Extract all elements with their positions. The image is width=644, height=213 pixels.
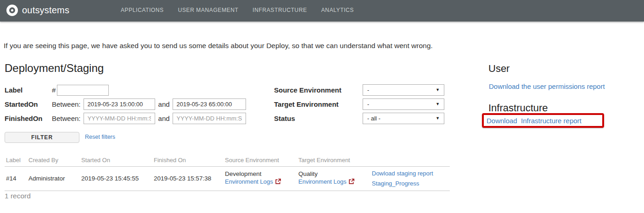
and-label: and [158,100,170,108]
col-header-started-on: Started On [81,154,154,166]
main-nav: APPLICATIONS USER MANAGEMENT INFRASTRUCT… [121,0,354,20]
target-environment-value: - [367,101,369,108]
source-environment-select[interactable]: - ▼ [363,84,444,96]
status-value: - all - [367,115,381,122]
nav-analytics[interactable]: ANALYTICS [321,7,354,13]
nav-infrastructure[interactable]: INFRASTRUCTURE [252,7,307,13]
source-environment-name: Development [225,170,296,178]
finished-on-from-input[interactable] [84,113,155,124]
started-on-to-input[interactable] [173,98,246,110]
source-environment-value: - [367,87,369,93]
chevron-down-icon: ▼ [436,102,440,106]
cell-label: #14 [5,166,28,191]
cell-actions: Dowload staging report Staging_Progress [372,166,450,191]
filter-row-started-on: StartedOn Between: and [5,98,246,110]
finished-on-to-input[interactable] [173,113,246,124]
filter-row-status: Status - all - ▼ [274,113,444,124]
status-select[interactable]: - all - ▼ [363,113,444,124]
filter-row-label: Label # [5,84,246,96]
page-title: Deployment/Staging [5,62,104,75]
infrastructure-section-title: Infrastructure [488,102,548,114]
top-nav-bar: outsystems APPLICATIONS USER MANAGEMENT … [0,0,644,22]
annotation-highlight-box: Download Infrastructure report [482,113,604,128]
deployments-table: Label Created By Started On Finished On … [5,154,450,191]
col-header-actions [372,154,450,166]
cell-created-by: Administrator [28,166,81,191]
col-header-finished-on: Finished On [154,154,225,166]
source-environment-logs-link[interactable]: Environment Logs [225,178,273,185]
started-on-filter-label: StartedOn [5,100,52,108]
target-environment-logs-link[interactable]: Environment Logs [298,178,347,185]
status-label: Status [274,115,363,122]
table-row: #14 Administrator 2019-05-23 15:45:55 20… [5,166,450,191]
nav-user-management[interactable]: USER MANAGEMENT [178,7,239,13]
filter-row-target-environment: Target Environment - ▼ [274,98,444,110]
chevron-down-icon: ▼ [436,88,440,92]
record-count: 1 record [5,192,31,200]
target-environment-label: Target Environment [274,100,363,108]
filter-row-source-environment: Source Environment - ▼ [274,84,444,96]
col-header-label: Label [5,154,28,166]
external-link-icon [275,179,281,186]
cell-started-on: 2019-05-23 15:45:55 [81,166,154,191]
download-infrastructure-report-link[interactable]: Download Infrastructure report [487,117,582,125]
download-user-permissions-link[interactable]: Download the user permissions report [489,82,605,90]
filter-button[interactable]: FILTER [5,132,79,143]
finished-on-filter-label: FinishedOn [5,115,52,122]
chevron-down-icon: ▼ [436,116,440,120]
filter-row-finished-on: FinishedOn Between: and [5,113,246,124]
started-on-from-input[interactable] [84,98,155,110]
cell-target-environment: Quality Environment Logs [298,166,372,191]
user-section-title: User [488,63,510,75]
col-header-target-environment: Target Environment [298,154,372,166]
label-filter-input[interactable] [57,85,109,96]
between-label: Between: [52,115,81,122]
col-header-created-by: Created By [28,154,81,166]
nav-applications[interactable]: APPLICATIONS [121,7,164,13]
page: outsystems APPLICATIONS USER MANAGEMENT … [0,0,644,213]
logo-text: outsystems [22,5,69,16]
filters-left-column: Label # StartedOn Between: and FinishedO… [5,84,246,127]
filters-right-column: Source Environment - ▼ Target Environmen… [274,84,444,127]
outsystems-logo-icon [6,5,18,16]
source-environment-label: Source Environment [274,86,363,94]
col-header-source-environment: Source Environment [225,154,298,166]
hash-prefix: # [52,86,57,94]
staging-progress-link[interactable]: Staging_Progress [372,180,447,187]
download-staging-report-link[interactable]: Dowload staging report [372,170,447,177]
target-environment-name: Quality [298,170,369,178]
label-filter-label: Label [5,86,52,94]
table-header-row: Label Created By Started On Finished On … [5,154,450,166]
external-link-icon [348,179,354,186]
cell-source-environment: Development Environment Logs [225,166,298,191]
between-label: Between: [52,100,81,108]
reset-filters-link[interactable]: Reset filters [85,134,115,140]
intro-message: If you are seeing this page, we have ask… [4,42,433,50]
outsystems-logo[interactable]: outsystems [6,0,69,20]
target-environment-select[interactable]: - ▼ [363,98,444,110]
and-label: and [158,115,170,122]
cell-finished-on: 2019-05-23 15:57:38 [154,166,225,191]
